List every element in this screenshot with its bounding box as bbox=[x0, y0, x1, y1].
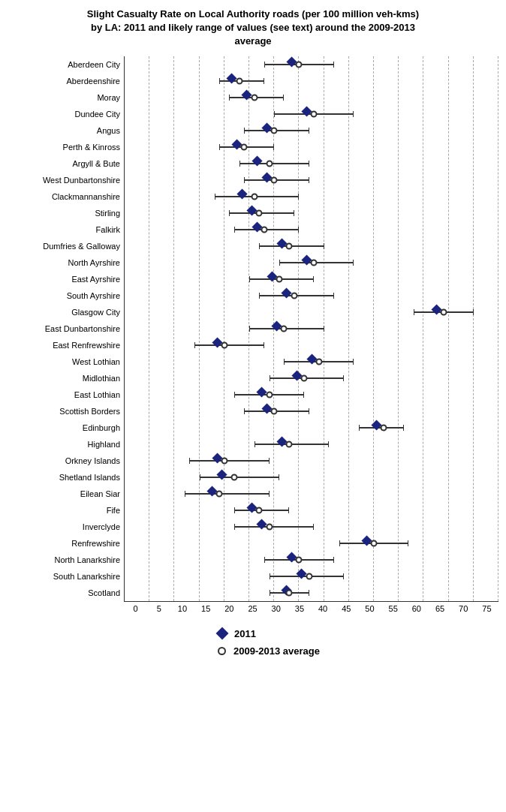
y-label: West Dunbartonshire bbox=[8, 172, 120, 188]
y-label: Argyll & Bute bbox=[8, 155, 120, 172]
x-tick: 40 bbox=[312, 604, 335, 613]
circle-marker bbox=[440, 308, 447, 315]
data-row bbox=[125, 188, 498, 205]
data-row bbox=[125, 106, 498, 122]
x-tick: 50 bbox=[358, 604, 381, 613]
circle-marker bbox=[311, 259, 318, 266]
data-row bbox=[125, 453, 498, 469]
x-tick: 75 bbox=[475, 604, 498, 613]
circle-marker bbox=[286, 242, 293, 249]
circle-marker bbox=[266, 523, 273, 530]
circle-marker bbox=[266, 391, 273, 398]
data-row bbox=[125, 254, 498, 271]
circle-marker bbox=[286, 441, 293, 447]
chart-title: Slight Casualty Rate on Local Authority … bbox=[8, 8, 498, 49]
x-tick: 70 bbox=[452, 604, 475, 613]
data-row bbox=[125, 469, 498, 486]
error-bar bbox=[200, 477, 279, 478]
diamond-marker bbox=[236, 188, 247, 199]
data-row bbox=[125, 353, 498, 370]
x-tick: 25 bbox=[241, 604, 264, 613]
x-tick: 20 bbox=[218, 604, 241, 613]
data-row bbox=[125, 172, 498, 188]
data-row bbox=[125, 552, 498, 568]
circle-marker bbox=[256, 209, 263, 216]
data-row bbox=[125, 436, 498, 453]
y-label: North Ayrshire bbox=[8, 254, 120, 271]
y-label: Shetland Islands bbox=[8, 469, 120, 486]
data-row bbox=[125, 370, 498, 386]
data-row bbox=[125, 304, 498, 320]
circle-marker bbox=[296, 61, 303, 68]
y-label: Dundee City bbox=[8, 106, 120, 122]
y-label: Aberdeenshire bbox=[8, 73, 120, 89]
legend-circle-icon bbox=[218, 647, 226, 655]
y-label: South Lanarkshire bbox=[8, 568, 120, 585]
circle-marker bbox=[266, 160, 273, 167]
circle-marker bbox=[271, 176, 278, 183]
y-label: Orkney Islands bbox=[8, 453, 120, 469]
x-tick: 5 bbox=[147, 604, 170, 613]
y-label: Aberdeen City bbox=[8, 56, 120, 73]
data-row bbox=[125, 155, 498, 172]
circle-marker bbox=[381, 424, 387, 431]
data-row bbox=[125, 502, 498, 519]
circle-marker bbox=[236, 77, 242, 84]
data-row bbox=[125, 320, 498, 337]
error-bar bbox=[185, 493, 270, 495]
circle-marker bbox=[271, 408, 278, 414]
circle-marker bbox=[241, 143, 248, 150]
data-row bbox=[125, 337, 498, 353]
circle-marker bbox=[221, 341, 227, 348]
y-label: Edinburgh bbox=[8, 420, 120, 436]
data-row bbox=[125, 205, 498, 221]
x-tick: 35 bbox=[288, 604, 311, 613]
y-label: Stirling bbox=[8, 205, 120, 221]
y-label: Eilean Siar bbox=[8, 486, 120, 502]
y-label: Renfrewshire bbox=[8, 535, 120, 552]
circle-marker bbox=[256, 507, 263, 513]
data-row bbox=[125, 139, 498, 155]
legend: 2011 2009-2013 average bbox=[218, 628, 498, 657]
circle-marker bbox=[251, 193, 258, 200]
y-label: Midlothian bbox=[8, 370, 120, 386]
x-tick: 45 bbox=[335, 604, 358, 613]
legend-item-2011: 2011 bbox=[218, 628, 256, 639]
data-row bbox=[125, 221, 498, 238]
circle-marker bbox=[291, 292, 297, 299]
error-bar bbox=[194, 344, 264, 346]
data-row bbox=[125, 486, 498, 502]
legend-item-average: 2009-2013 average bbox=[218, 645, 320, 657]
error-bar bbox=[234, 526, 314, 528]
circle-marker bbox=[315, 358, 322, 365]
y-label: East Renfrewshire bbox=[8, 337, 120, 353]
x-axis: 051015202530354045505560657075 bbox=[124, 602, 498, 613]
y-label: Clackmannanshire bbox=[8, 188, 120, 205]
data-row bbox=[125, 519, 498, 535]
x-tick: 10 bbox=[170, 604, 194, 613]
data-row bbox=[125, 287, 498, 304]
circle-marker bbox=[311, 110, 318, 117]
data-row bbox=[125, 568, 498, 585]
y-label: Inverclyde bbox=[8, 519, 120, 535]
circle-marker bbox=[261, 226, 267, 233]
error-bar bbox=[189, 460, 269, 462]
circle-marker bbox=[271, 127, 278, 134]
error-bar bbox=[239, 163, 309, 164]
y-label: East Lothian bbox=[8, 386, 120, 403]
circle-marker bbox=[301, 374, 308, 381]
diamond-marker bbox=[217, 469, 227, 480]
data-row bbox=[125, 535, 498, 552]
circle-marker bbox=[281, 325, 288, 332]
y-label: Perth & Kinross bbox=[8, 139, 120, 155]
y-label: Highland bbox=[8, 436, 120, 453]
data-row bbox=[125, 420, 498, 436]
circle-marker bbox=[231, 474, 238, 480]
y-label: North Lanarkshire bbox=[8, 552, 120, 568]
y-axis-labels: Aberdeen CityAberdeenshireMorayDundee Ci… bbox=[8, 56, 124, 602]
data-row bbox=[125, 238, 498, 254]
y-label: West Lothian bbox=[8, 353, 120, 370]
y-label: Fife bbox=[8, 502, 120, 519]
circle-marker bbox=[296, 556, 303, 563]
x-tick: 65 bbox=[428, 604, 451, 613]
